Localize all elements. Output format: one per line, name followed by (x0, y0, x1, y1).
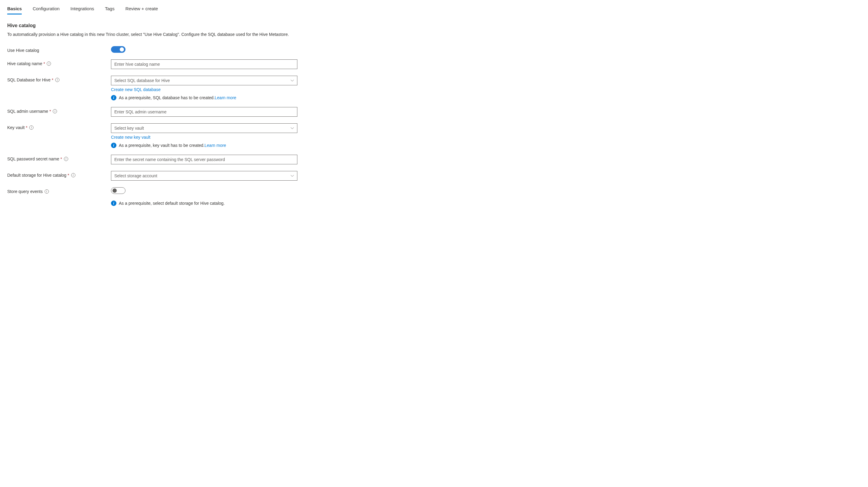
required-indicator: * (67, 173, 69, 177)
input-hive-catalog-name[interactable] (111, 59, 298, 69)
info-badge-icon: i (111, 200, 116, 206)
chevron-down-icon (290, 174, 294, 177)
info-badge-icon: i (111, 95, 116, 100)
info-icon[interactable]: i (71, 173, 75, 177)
section-description: To automatically provision a Hive catalo… (7, 31, 297, 38)
link-learn-more-kv[interactable]: Learn more (205, 143, 226, 148)
required-indicator: * (50, 109, 51, 114)
tab-review-create[interactable]: Review + create (125, 6, 158, 14)
label-sql-database: SQL Database for Hive (7, 77, 50, 82)
info-icon[interactable]: i (53, 109, 57, 113)
tab-configuration[interactable]: Configuration (33, 6, 59, 14)
label-default-storage: Default storage for Hive catalog (7, 173, 66, 177)
link-create-key-vault[interactable]: Create new key vault (111, 135, 151, 140)
info-icon[interactable]: i (47, 62, 51, 66)
tab-basics[interactable]: Basics (7, 6, 22, 14)
select-sql-database[interactable]: Select SQL database for Hive (111, 76, 298, 85)
info-icon[interactable]: i (29, 125, 33, 130)
label-store-query-events: Store query events (7, 189, 43, 194)
toggle-store-query-events[interactable] (111, 187, 125, 194)
label-sql-admin-username: SQL admin username (7, 109, 48, 114)
required-indicator: * (52, 77, 53, 82)
chevron-down-icon (290, 126, 294, 130)
toggle-use-hive-catalog[interactable] (111, 46, 125, 53)
select-key-vault[interactable]: Select key vault (111, 123, 298, 133)
section-title: Hive catalog (7, 23, 861, 28)
info-icon[interactable]: i (44, 189, 49, 194)
label-sql-password-secret: SQL password secret name (7, 157, 59, 161)
info-badge-icon: i (111, 143, 116, 148)
select-key-vault-placeholder: Select key vault (114, 126, 144, 131)
select-default-storage-placeholder: Select storage account (114, 173, 157, 178)
tab-integrations[interactable]: Integrations (70, 6, 94, 14)
wizard-tabs: Basics Configuration Integrations Tags R… (7, 6, 861, 14)
link-create-sql-database[interactable]: Create new SQL database (111, 87, 160, 92)
tab-tags[interactable]: Tags (105, 6, 115, 14)
info-storage-prerequisite: As a prerequisite, select default storag… (119, 201, 225, 206)
info-key-vault-prerequisite: As a prerequisite, key vault has to be c… (119, 143, 205, 148)
input-sql-password-secret[interactable] (111, 155, 298, 164)
label-hive-catalog-name: Hive catalog name (7, 61, 42, 66)
info-icon[interactable]: i (64, 157, 68, 161)
required-indicator: * (26, 125, 27, 130)
required-indicator: * (43, 61, 45, 66)
link-learn-more-sql[interactable]: Learn more (215, 95, 237, 100)
info-icon[interactable]: i (55, 78, 59, 82)
select-default-storage[interactable]: Select storage account (111, 171, 298, 181)
required-indicator: * (60, 157, 62, 161)
info-sql-prerequisite: As a prerequisite, SQL database has to b… (119, 95, 215, 100)
chevron-down-icon (290, 79, 294, 82)
input-sql-admin-username[interactable] (111, 107, 298, 117)
label-use-hive-catalog: Use Hive catalog (7, 48, 39, 53)
label-key-vault: Key vault (7, 125, 25, 130)
select-sql-database-placeholder: Select SQL database for Hive (114, 78, 170, 83)
